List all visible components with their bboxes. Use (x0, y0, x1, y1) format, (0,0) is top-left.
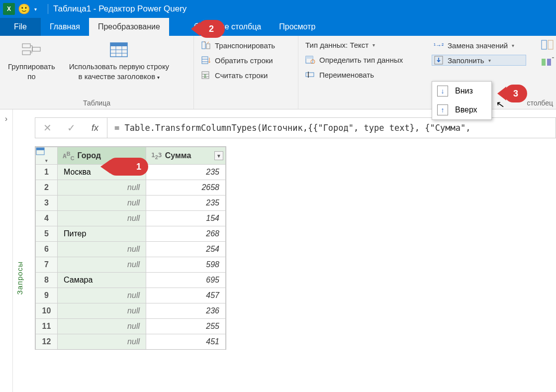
detect-type-icon (305, 55, 315, 64)
callout-3: 3 (504, 85, 527, 102)
structured-col-icon[interactable] (541, 40, 554, 50)
cell-city[interactable]: null (58, 257, 146, 273)
column-filter-dropdown[interactable]: ▼ (214, 151, 223, 160)
data-grid[interactable]: ▾ ABC Город 123 Сумма (35, 146, 226, 350)
formula-input[interactable]: = Table.TransformColumnTypes(Источник,{{… (107, 117, 556, 138)
count-rows-button[interactable]: Σ Считать строки (199, 70, 293, 81)
row-header[interactable]: 3 (36, 196, 58, 211)
cell-city[interactable]: null (58, 319, 146, 334)
fill-button[interactable]: Заполнить ▾ (432, 55, 526, 66)
row-header[interactable]: 5 (36, 226, 58, 242)
cell-city[interactable]: Самара (58, 273, 146, 288)
column-sum-label: Сумма (165, 151, 191, 160)
qat-dropdown[interactable]: ▾ (32, 6, 39, 12)
cell-sum[interactable]: 457 (146, 288, 226, 303)
cell-sum[interactable]: 695 (146, 273, 226, 288)
svg-rect-24 (542, 40, 547, 49)
row-header[interactable]: 4 (36, 211, 58, 226)
queries-pane-collapsed[interactable]: › (0, 109, 13, 392)
cell-city[interactable]: null (58, 196, 146, 211)
cell-sum[interactable]: 254 (146, 242, 226, 257)
group-by-button[interactable]: Группировать по (5, 39, 58, 108)
window-title: Таблица1 - Редактор Power Query (53, 4, 186, 14)
use-first-row-headers-button[interactable]: Использовать первую строку в качестве за… (66, 39, 172, 108)
tab-home[interactable]: Главная (41, 18, 89, 36)
formula-fx-button[interactable]: fx (83, 118, 107, 138)
svg-rect-29 (36, 148, 44, 150)
cell-sum[interactable]: 154 (146, 211, 226, 226)
data-type-label: Тип данных: Текст (305, 41, 369, 49)
fill-up-label: Вверх (455, 105, 477, 114)
replace-values-button[interactable]: ¹→² Замена значений ▾ (432, 40, 526, 51)
ribbon-group-table: Группировать по Использовать первую стро… (0, 36, 194, 109)
arrow-down-icon: ↓ (437, 86, 448, 97)
cell-sum[interactable]: 236 (146, 303, 226, 319)
smiley-icon[interactable]: 🙂 (18, 3, 30, 15)
group-column-label: столбец (527, 99, 553, 107)
cell-sum[interactable]: 255 (146, 319, 226, 334)
row-header[interactable]: 2 (36, 180, 58, 196)
callout-1: 1 (107, 158, 148, 176)
chevron-right-icon[interactable]: › (5, 114, 7, 123)
row-header[interactable]: 9 (36, 288, 58, 303)
row-header[interactable]: 11 (36, 319, 58, 334)
formula-buttons: ✕ ✓ fx (35, 117, 107, 138)
tab-view[interactable]: Просмотр (270, 18, 324, 36)
cell-sum[interactable]: 235 (146, 196, 226, 211)
tab-transform[interactable]: Преобразование (89, 18, 169, 36)
rename-button[interactable]: Переименовать (303, 69, 422, 80)
svg-rect-11 (202, 57, 208, 64)
row-header[interactable]: 1 (36, 165, 58, 180)
cell-sum[interactable]: 235 (146, 165, 226, 180)
cell-city[interactable]: null (58, 334, 146, 350)
cell-city[interactable]: null (58, 288, 146, 303)
data-type-button[interactable]: Тип данных: Текст ▾ (303, 40, 422, 50)
ribbon-truncated (541, 40, 554, 67)
row-header[interactable]: 7 (36, 257, 58, 273)
queries-pane-label-wrap: Запросы (13, 164, 26, 392)
cell-city[interactable]: null (58, 180, 146, 196)
type-text-icon: ABC (63, 151, 74, 161)
move-col-icon[interactable] (541, 57, 554, 67)
transpose-button[interactable]: Транспонировать (199, 40, 293, 51)
reverse-rows-icon (201, 56, 211, 65)
count-rows-label: Считать строки (215, 71, 268, 80)
cell-sum[interactable]: 2658 (146, 180, 226, 196)
chevron-down-icon: ▾ (488, 58, 491, 63)
cell-city[interactable]: null (58, 303, 146, 319)
grid-corner[interactable]: ▾ (36, 147, 58, 165)
formula-accept-button[interactable]: ✓ (59, 118, 83, 138)
reverse-rows-label: Обратить строки (215, 56, 273, 65)
row-header[interactable]: 10 (36, 303, 58, 319)
svg-rect-10 (206, 44, 210, 49)
svg-text:Σ: Σ (204, 74, 207, 79)
reverse-rows-button[interactable]: Обратить строки (199, 55, 293, 66)
formula-bar: ✕ ✓ fx = Table.TransformColumnTypes(Исто… (35, 117, 556, 138)
formula-cancel-button[interactable]: ✕ (35, 118, 59, 138)
fill-down-label: Вниз (455, 87, 473, 96)
svg-rect-27 (547, 59, 551, 66)
tab-file[interactable]: File (0, 18, 41, 36)
row-header[interactable]: 8 (36, 273, 58, 288)
column-city-label: Город (77, 151, 101, 160)
detect-type-button[interactable]: Определить тип данных (303, 54, 422, 65)
cell-sum[interactable]: 598 (146, 257, 226, 273)
cell-city[interactable]: null (58, 242, 146, 257)
excel-icon: X (3, 3, 15, 15)
svg-rect-4 (110, 43, 127, 46)
cell-city[interactable]: null (58, 211, 146, 226)
fill-down-item[interactable]: ↓ Вниз (432, 82, 491, 100)
cell-sum[interactable]: 268 (146, 226, 226, 242)
fill-down-icon (434, 56, 444, 65)
row-header[interactable]: 6 (36, 242, 58, 257)
column-header-sum[interactable]: 123 Сумма ▼ (146, 147, 226, 165)
row-header[interactable]: 12 (36, 334, 58, 350)
cell-city[interactable]: Питер (58, 226, 146, 242)
cell-sum[interactable]: 451 (146, 334, 226, 350)
type-number-icon: 123 (151, 151, 162, 160)
detect-type-label: Определить тип данных (319, 56, 403, 64)
title-bar: X 🙂 ▾ Таблица1 - Редактор Power Query (0, 0, 556, 18)
queries-pane-label: Запросы (15, 261, 24, 295)
fill-up-item[interactable]: ↑ Вверх (432, 100, 491, 119)
use-first-row-label: Использовать первую строку в качестве за… (69, 62, 169, 83)
